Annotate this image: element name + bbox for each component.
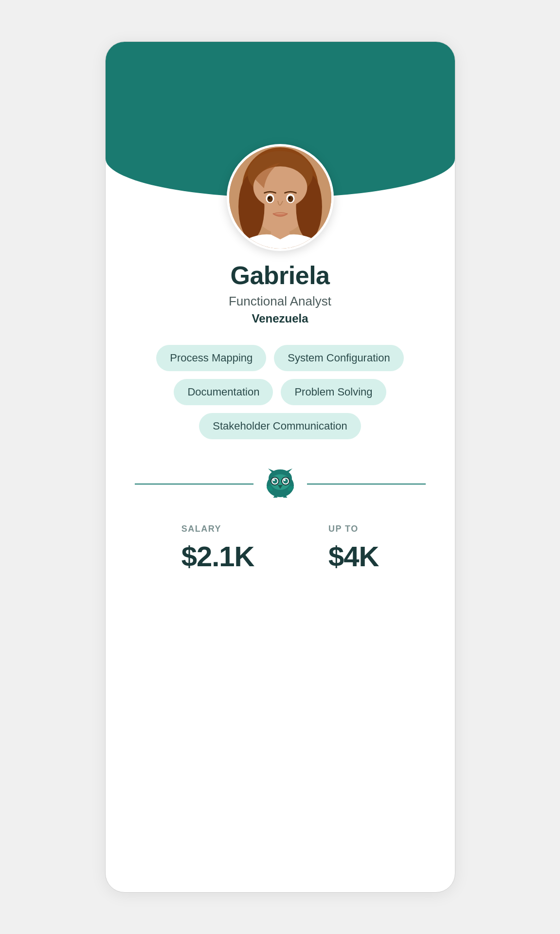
svg-point-9	[267, 196, 272, 202]
profile-country: Venezuela	[252, 312, 308, 325]
profile-name: Gabriela	[230, 261, 329, 290]
upto-value: $4K	[328, 540, 379, 573]
salary-block: SALARY $2.1K	[181, 524, 254, 573]
upto-label: UP TO	[328, 524, 359, 534]
salary-value: $2.1K	[181, 540, 254, 573]
divider-line-left	[135, 484, 253, 485]
svg-point-12	[289, 197, 290, 199]
upto-block: UP TO $4K	[328, 524, 379, 573]
owl-icon	[263, 468, 297, 500]
salary-label: SALARY	[181, 524, 221, 534]
profile-title: Functional Analyst	[229, 294, 331, 309]
svg-point-20	[273, 479, 275, 481]
skill-badge-stakeholder-communication: Stakeholder Communication	[199, 413, 361, 439]
divider-section	[106, 468, 455, 500]
svg-point-19	[272, 479, 277, 484]
skill-badge-system-configuration: System Configuration	[274, 345, 403, 371]
divider-line-right	[307, 484, 426, 485]
skill-badge-problem-solving: Problem Solving	[281, 379, 386, 405]
profile-card: Gabriela Functional Analyst Venezuela Pr…	[105, 41, 455, 893]
skill-badge-process-mapping: Process Mapping	[156, 345, 266, 371]
card-header	[106, 42, 455, 198]
svg-point-24	[284, 479, 286, 481]
svg-point-23	[283, 479, 288, 484]
svg-point-10	[288, 196, 293, 202]
avatar	[227, 144, 334, 251]
skill-badge-documentation: Documentation	[174, 379, 273, 405]
skills-section: Process Mapping System Configuration Doc…	[106, 345, 455, 439]
svg-point-11	[268, 197, 270, 199]
profile-info: Gabriela Functional Analyst Venezuela	[106, 261, 455, 345]
salary-section: SALARY $2.1K UP TO $4K	[106, 524, 455, 602]
